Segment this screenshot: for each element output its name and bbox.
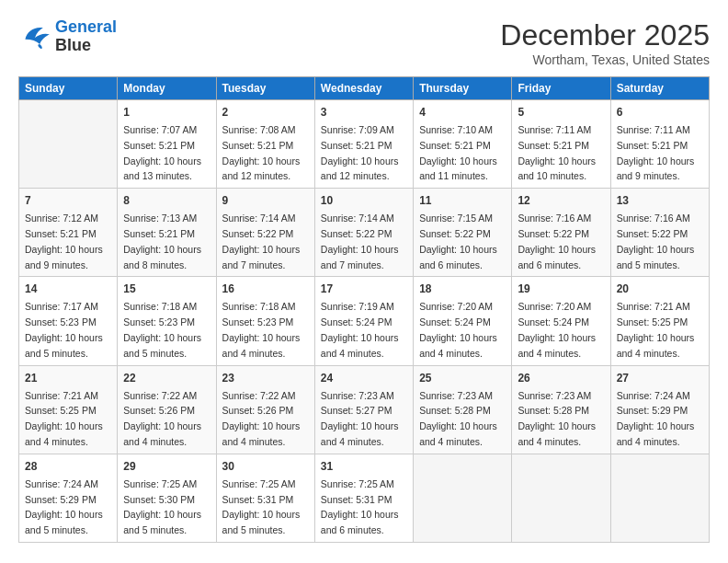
day-number: 26	[518, 370, 604, 386]
weekday-header-friday: Friday	[512, 77, 610, 100]
calendar-cell: 12Sunrise: 7:16 AM Sunset: 5:22 PM Dayli…	[512, 189, 610, 277]
logo-bird-icon	[18, 23, 51, 51]
day-info: Sunrise: 7:16 AM Sunset: 5:22 PM Dayligh…	[617, 211, 703, 272]
calendar-cell: 30Sunrise: 7:25 AM Sunset: 5:31 PM Dayli…	[216, 454, 314, 542]
calendar-cell: 1Sunrise: 7:07 AM Sunset: 5:21 PM Daylig…	[118, 100, 216, 189]
day-info: Sunrise: 7:18 AM Sunset: 5:23 PM Dayligh…	[123, 299, 210, 361]
page-header: General Blue December 2025 Wortham, Texa…	[18, 18, 710, 67]
month-title: December 2025	[500, 18, 710, 52]
day-number: 5	[518, 104, 604, 121]
day-number: 19	[518, 281, 604, 297]
day-info: Sunrise: 7:14 AM Sunset: 5:22 PM Dayligh…	[222, 211, 309, 272]
calendar-cell: 13Sunrise: 7:16 AM Sunset: 5:22 PM Dayli…	[610, 189, 709, 277]
location: Wortham, Texas, United States	[500, 52, 710, 67]
calendar-cell: 11Sunrise: 7:15 AM Sunset: 5:22 PM Dayli…	[414, 189, 512, 277]
week-row-5: 28Sunrise: 7:24 AM Sunset: 5:29 PM Dayli…	[19, 454, 710, 542]
calendar-cell: 16Sunrise: 7:18 AM Sunset: 5:23 PM Dayli…	[216, 277, 314, 365]
calendar-cell	[512, 454, 610, 542]
day-number: 24	[321, 370, 407, 386]
calendar-cell: 22Sunrise: 7:22 AM Sunset: 5:26 PM Dayli…	[118, 365, 216, 454]
day-number: 28	[25, 458, 111, 475]
day-number: 21	[25, 370, 111, 386]
calendar-cell: 25Sunrise: 7:23 AM Sunset: 5:28 PM Dayli…	[414, 365, 512, 454]
calendar-cell: 20Sunrise: 7:21 AM Sunset: 5:25 PM Dayli…	[610, 277, 709, 365]
day-number: 8	[123, 192, 210, 209]
day-info: Sunrise: 7:24 AM Sunset: 5:29 PM Dayligh…	[617, 388, 703, 450]
calendar-cell: 24Sunrise: 7:23 AM Sunset: 5:27 PM Dayli…	[314, 365, 413, 454]
calendar-cell: 8Sunrise: 7:13 AM Sunset: 5:21 PM Daylig…	[118, 189, 216, 277]
day-info: Sunrise: 7:09 AM Sunset: 5:21 PM Dayligh…	[321, 122, 407, 184]
day-info: Sunrise: 7:23 AM Sunset: 5:28 PM Dayligh…	[518, 388, 604, 450]
calendar-cell: 10Sunrise: 7:14 AM Sunset: 5:22 PM Dayli…	[314, 189, 413, 277]
day-number: 23	[222, 370, 309, 386]
calendar-table: SundayMondayTuesdayWednesdayThursdayFrid…	[18, 76, 710, 543]
logo: General Blue	[18, 18, 117, 55]
day-info: Sunrise: 7:08 AM Sunset: 5:21 PM Dayligh…	[222, 122, 309, 184]
day-info: Sunrise: 7:25 AM Sunset: 5:30 PM Dayligh…	[123, 477, 210, 538]
day-info: Sunrise: 7:10 AM Sunset: 5:21 PM Dayligh…	[419, 122, 506, 184]
day-number: 10	[321, 192, 407, 209]
day-number: 9	[222, 192, 309, 209]
calendar-cell: 15Sunrise: 7:18 AM Sunset: 5:23 PM Dayli…	[118, 277, 216, 365]
day-number: 31	[321, 458, 407, 475]
day-number: 1	[123, 104, 210, 121]
calendar-cell: 26Sunrise: 7:23 AM Sunset: 5:28 PM Dayli…	[512, 365, 610, 454]
day-info: Sunrise: 7:07 AM Sunset: 5:21 PM Dayligh…	[123, 122, 210, 184]
day-number: 14	[25, 281, 111, 297]
calendar-cell: 14Sunrise: 7:17 AM Sunset: 5:23 PM Dayli…	[19, 277, 118, 365]
calendar-cell: 2Sunrise: 7:08 AM Sunset: 5:21 PM Daylig…	[216, 100, 314, 189]
day-info: Sunrise: 7:11 AM Sunset: 5:21 PM Dayligh…	[518, 122, 604, 184]
day-number: 15	[123, 281, 210, 297]
day-number: 29	[123, 458, 210, 475]
calendar-cell	[19, 100, 118, 189]
day-number: 18	[419, 281, 506, 297]
weekday-header-thursday: Thursday	[414, 77, 512, 100]
day-info: Sunrise: 7:23 AM Sunset: 5:28 PM Dayligh…	[419, 388, 506, 450]
calendar-cell: 7Sunrise: 7:12 AM Sunset: 5:21 PM Daylig…	[19, 189, 118, 277]
weekday-header-row: SundayMondayTuesdayWednesdayThursdayFrid…	[19, 77, 710, 100]
week-row-1: 1Sunrise: 7:07 AM Sunset: 5:21 PM Daylig…	[19, 100, 710, 189]
calendar-cell: 6Sunrise: 7:11 AM Sunset: 5:21 PM Daylig…	[610, 100, 709, 189]
day-number: 3	[321, 104, 407, 121]
calendar-cell: 29Sunrise: 7:25 AM Sunset: 5:30 PM Dayli…	[118, 454, 216, 542]
day-info: Sunrise: 7:20 AM Sunset: 5:24 PM Dayligh…	[419, 299, 506, 361]
day-info: Sunrise: 7:21 AM Sunset: 5:25 PM Dayligh…	[25, 388, 111, 450]
day-info: Sunrise: 7:20 AM Sunset: 5:24 PM Dayligh…	[518, 299, 604, 361]
week-row-2: 7Sunrise: 7:12 AM Sunset: 5:21 PM Daylig…	[19, 189, 710, 277]
day-info: Sunrise: 7:18 AM Sunset: 5:23 PM Dayligh…	[222, 299, 309, 361]
day-number: 6	[617, 104, 703, 121]
weekday-header-saturday: Saturday	[610, 77, 709, 100]
day-info: Sunrise: 7:21 AM Sunset: 5:25 PM Dayligh…	[617, 299, 703, 361]
day-info: Sunrise: 7:22 AM Sunset: 5:26 PM Dayligh…	[123, 388, 210, 450]
weekday-header-tuesday: Tuesday	[216, 77, 314, 100]
day-number: 27	[617, 370, 703, 386]
day-info: Sunrise: 7:22 AM Sunset: 5:26 PM Dayligh…	[222, 388, 309, 450]
day-number: 20	[617, 281, 703, 297]
calendar-cell: 4Sunrise: 7:10 AM Sunset: 5:21 PM Daylig…	[414, 100, 512, 189]
calendar-cell: 28Sunrise: 7:24 AM Sunset: 5:29 PM Dayli…	[19, 454, 118, 542]
day-number: 12	[518, 192, 604, 209]
day-number: 25	[419, 370, 506, 386]
day-number: 11	[419, 192, 506, 209]
day-info: Sunrise: 7:25 AM Sunset: 5:31 PM Dayligh…	[222, 477, 309, 538]
calendar-cell: 17Sunrise: 7:19 AM Sunset: 5:24 PM Dayli…	[314, 277, 413, 365]
calendar-cell: 21Sunrise: 7:21 AM Sunset: 5:25 PM Dayli…	[19, 365, 118, 454]
calendar-cell: 19Sunrise: 7:20 AM Sunset: 5:24 PM Dayli…	[512, 277, 610, 365]
logo-line2: Blue	[55, 37, 117, 55]
calendar-cell: 27Sunrise: 7:24 AM Sunset: 5:29 PM Dayli…	[610, 365, 709, 454]
day-number: 30	[222, 458, 309, 475]
calendar-cell: 18Sunrise: 7:20 AM Sunset: 5:24 PM Dayli…	[414, 277, 512, 365]
day-number: 16	[222, 281, 309, 297]
logo-line1: General	[55, 17, 117, 36]
title-block: December 2025 Wortham, Texas, United Sta…	[500, 18, 710, 67]
week-row-3: 14Sunrise: 7:17 AM Sunset: 5:23 PM Dayli…	[19, 277, 710, 365]
calendar-cell	[610, 454, 709, 542]
calendar-cell: 9Sunrise: 7:14 AM Sunset: 5:22 PM Daylig…	[216, 189, 314, 277]
day-info: Sunrise: 7:14 AM Sunset: 5:22 PM Dayligh…	[321, 211, 407, 272]
day-info: Sunrise: 7:15 AM Sunset: 5:22 PM Dayligh…	[419, 211, 506, 272]
day-info: Sunrise: 7:12 AM Sunset: 5:21 PM Dayligh…	[25, 211, 111, 272]
calendar-cell: 5Sunrise: 7:11 AM Sunset: 5:21 PM Daylig…	[512, 100, 610, 189]
weekday-header-sunday: Sunday	[19, 77, 118, 100]
week-row-4: 21Sunrise: 7:21 AM Sunset: 5:25 PM Dayli…	[19, 365, 710, 454]
day-number: 22	[123, 370, 210, 386]
